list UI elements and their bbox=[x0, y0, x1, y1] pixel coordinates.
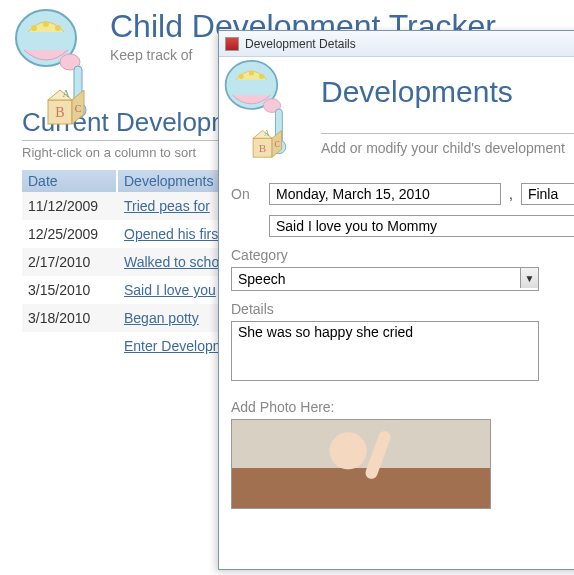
dialog-app-icon bbox=[225, 37, 239, 51]
dialog-subtitle: Add or modify your child's development bbox=[321, 133, 574, 156]
development-details-dialog: Development Details B A C bbox=[218, 30, 574, 570]
chevron-down-icon[interactable]: ▼ bbox=[520, 268, 538, 288]
development-link[interactable]: Said I love you bbox=[124, 282, 216, 298]
cell-date: 3/15/2010 bbox=[22, 282, 118, 298]
development-link[interactable]: Tried peas for bbox=[124, 198, 210, 214]
on-label: On bbox=[231, 186, 261, 202]
details-textarea[interactable] bbox=[231, 321, 539, 381]
details-label: Details bbox=[231, 301, 574, 317]
svg-text:C: C bbox=[75, 103, 82, 114]
development-link[interactable]: Opened his first bbox=[124, 226, 222, 242]
cell-date: 3/18/2010 bbox=[22, 310, 118, 326]
description-input[interactable] bbox=[269, 215, 574, 237]
add-photo-label: Add Photo Here: bbox=[231, 399, 574, 415]
comma-separator: , bbox=[509, 186, 513, 202]
dialog-title: Developments bbox=[321, 75, 574, 109]
cell-date: 2/17/2010 bbox=[22, 254, 118, 270]
child-name-input[interactable] bbox=[521, 183, 574, 205]
svg-text:B: B bbox=[55, 105, 64, 120]
category-select[interactable] bbox=[231, 267, 539, 291]
date-input[interactable] bbox=[269, 183, 501, 205]
photo-preview[interactable] bbox=[231, 419, 491, 509]
cell-date: 11/12/2009 bbox=[22, 198, 118, 214]
column-header-date[interactable]: Date bbox=[22, 170, 118, 192]
development-link[interactable]: Began potty bbox=[124, 310, 199, 326]
category-label: Category bbox=[231, 247, 574, 263]
dialog-window-title: Development Details bbox=[245, 37, 356, 51]
dialog-titlebar[interactable]: Development Details bbox=[219, 31, 574, 57]
development-link[interactable]: Walked to school bbox=[124, 254, 230, 270]
cell-date: 12/25/2009 bbox=[22, 226, 118, 242]
